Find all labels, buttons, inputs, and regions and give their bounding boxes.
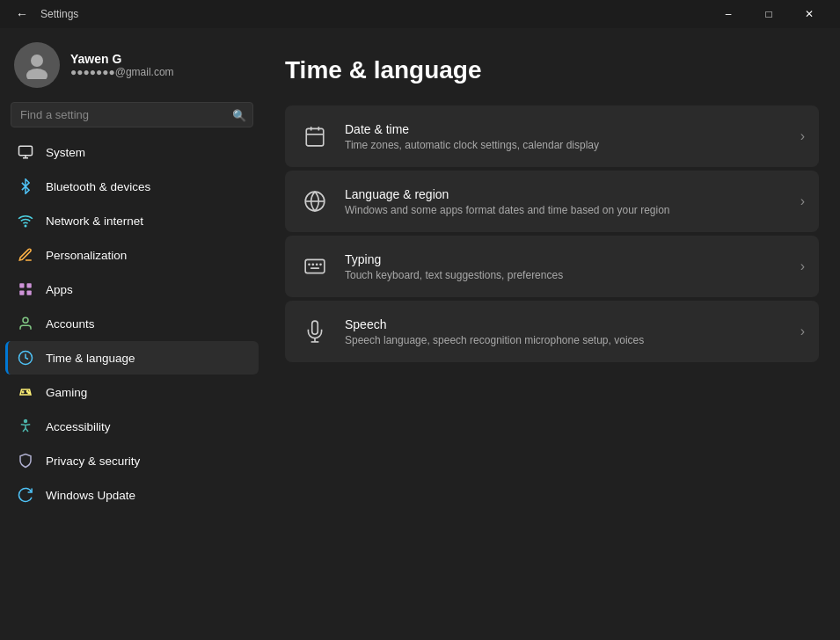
system-icon — [16, 142, 35, 162]
date-time-desc: Time zones, automatic clock settings, ca… — [345, 139, 786, 151]
setting-card-date-time[interactable]: Date & time Time zones, automatic clock … — [285, 105, 819, 167]
svg-point-15 — [28, 392, 30, 394]
language-region-chevron: › — [800, 193, 805, 209]
svg-point-5 — [25, 225, 26, 227]
page-title: Time & language — [285, 56, 819, 84]
sidebar-item-privacy-security[interactable]: Privacy & security — [5, 444, 259, 477]
user-profile[interactable]: Yawen G ●●●●●●●@gmail.com — [0, 28, 264, 98]
svg-rect-17 — [306, 128, 324, 146]
sidebar-item-network-label: Network & internet — [46, 215, 248, 228]
speech-chevron: › — [800, 324, 805, 339]
svg-rect-7 — [27, 283, 32, 287]
search-input[interactable] — [11, 102, 253, 127]
app-body: Yawen G ●●●●●●●@gmail.com 🔍 System Bluet… — [0, 28, 840, 640]
speech-text: Speech Speech language, speech recogniti… — [345, 317, 786, 346]
setting-card-language-region[interactable]: Language & region Windows and some apps … — [285, 171, 819, 232]
main-content: Time & language Date & time Time zones, … — [264, 28, 840, 640]
title-bar: ← Settings – □ ✕ — [0, 0, 840, 28]
bluetooth-icon — [16, 177, 35, 196]
sidebar-item-windows-update[interactable]: Windows Update — [5, 478, 259, 512]
sidebar-item-system[interactable]: System — [5, 135, 259, 169]
minimize-button[interactable]: – — [708, 0, 749, 28]
date-time-chevron: › — [800, 128, 805, 144]
language-region-icon — [299, 185, 331, 217]
sidebar-item-apps-label: Apps — [46, 283, 248, 296]
svg-point-0 — [31, 55, 43, 67]
sidebar: Yawen G ●●●●●●●@gmail.com 🔍 System Bluet… — [0, 28, 264, 640]
windows-update-icon — [16, 485, 35, 505]
accounts-icon — [16, 314, 35, 333]
sidebar-item-accounts-label: Accounts — [46, 317, 248, 331]
avatar — [14, 42, 60, 88]
language-region-text: Language & region Windows and some apps … — [345, 187, 786, 216]
svg-point-16 — [25, 420, 27, 423]
date-time-title: Date & time — [345, 122, 786, 136]
typing-desc: Touch keyboard, text suggestions, prefer… — [345, 269, 786, 281]
date-time-text: Date & time Time zones, automatic clock … — [345, 122, 786, 151]
language-region-desc: Windows and some apps format dates and t… — [345, 204, 786, 216]
sidebar-item-accessibility[interactable]: Accessibility — [5, 410, 259, 443]
setting-card-speech[interactable]: Speech Speech language, speech recogniti… — [285, 301, 819, 362]
sidebar-item-windows-update-label: Windows Update — [46, 489, 248, 502]
sidebar-item-personalization-label: Personalization — [46, 249, 248, 262]
sidebar-item-system-label: System — [46, 146, 248, 159]
svg-rect-6 — [19, 283, 24, 287]
speech-title: Speech — [345, 317, 786, 331]
back-button[interactable]: ← — [11, 5, 33, 23]
svg-point-1 — [26, 69, 47, 79]
search-icon: 🔍 — [232, 108, 246, 121]
gaming-icon — [16, 382, 35, 402]
svg-point-10 — [23, 317, 28, 323]
user-email: ●●●●●●●@gmail.com — [70, 66, 174, 78]
typing-chevron: › — [800, 258, 805, 274]
close-button[interactable]: ✕ — [789, 0, 829, 28]
title-bar-controls: – □ ✕ — [708, 0, 829, 28]
typing-icon — [299, 251, 331, 282]
sidebar-nav: System Bluetooth & devices Network & int… — [0, 135, 264, 513]
title-bar-title: Settings — [40, 8, 78, 20]
maximize-button[interactable]: □ — [749, 0, 789, 28]
settings-list: Date & time Time zones, automatic clock … — [285, 105, 819, 362]
sidebar-item-time-language[interactable]: Time & language — [5, 341, 259, 375]
language-region-title: Language & region — [345, 187, 786, 201]
date-time-icon — [299, 120, 331, 152]
setting-card-typing[interactable]: Typing Touch keyboard, text suggestions,… — [285, 236, 819, 297]
typing-text: Typing Touch keyboard, text suggestions,… — [345, 252, 786, 281]
sidebar-item-time-language-label: Time & language — [46, 352, 248, 365]
time-language-icon — [16, 348, 35, 367]
title-bar-left: ← Settings — [11, 5, 708, 23]
network-icon — [16, 211, 35, 230]
personalization-icon — [16, 245, 35, 265]
sidebar-item-gaming-label: Gaming — [46, 386, 248, 399]
sidebar-item-network[interactable]: Network & internet — [5, 204, 259, 237]
accessibility-icon — [16, 417, 35, 436]
typing-title: Typing — [345, 252, 786, 266]
sidebar-item-gaming[interactable]: Gaming — [5, 375, 259, 409]
sidebar-item-privacy-security-label: Privacy & security — [46, 455, 248, 468]
svg-rect-9 — [27, 291, 32, 295]
sidebar-item-bluetooth[interactable]: Bluetooth & devices — [5, 170, 259, 203]
svg-rect-23 — [305, 259, 325, 273]
privacy-security-icon — [16, 451, 35, 470]
speech-desc: Speech language, speech recognition micr… — [345, 334, 786, 346]
user-info: Yawen G ●●●●●●●@gmail.com — [70, 52, 174, 78]
search-box: 🔍 — [11, 102, 253, 127]
sidebar-item-accessibility-label: Accessibility — [46, 420, 248, 433]
sidebar-item-personalization[interactable]: Personalization — [5, 238, 259, 272]
svg-rect-8 — [19, 291, 24, 295]
user-name: Yawen G — [70, 52, 174, 66]
apps-icon — [16, 280, 35, 299]
sidebar-item-accounts[interactable]: Accounts — [5, 307, 259, 340]
sidebar-item-bluetooth-label: Bluetooth & devices — [46, 180, 248, 193]
sidebar-item-apps[interactable]: Apps — [5, 273, 259, 306]
speech-icon — [299, 316, 331, 347]
svg-rect-2 — [19, 146, 33, 156]
